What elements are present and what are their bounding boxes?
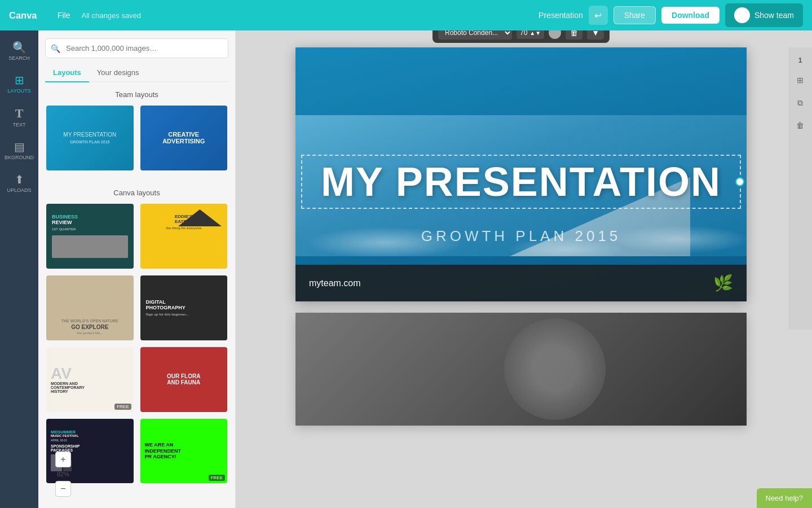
sidebar-item-layouts[interactable]: ⊞ LAYOUTS xyxy=(3,69,36,99)
leaf-icon: 🌿 xyxy=(713,274,733,292)
list-item[interactable]: OUR FLORA AND FAUNA xyxy=(139,346,229,413)
slide-footer: myteam.com 🌿 xyxy=(295,265,747,301)
avatar xyxy=(734,7,750,23)
slide-number: 1 xyxy=(798,56,802,64)
text-selection-box[interactable]: MY PRESENTATION xyxy=(301,155,741,209)
grid-panel-icon[interactable]: ⊞ xyxy=(793,73,807,87)
free-badge: FREE xyxy=(114,404,131,410)
sidebar-item-search[interactable]: 🔍 SEARCH xyxy=(3,36,36,67)
slide-2-preview-image xyxy=(295,313,747,426)
font-size-control[interactable]: 70 ▲▼ xyxy=(517,30,544,39)
zoom-out-button[interactable]: − xyxy=(55,481,71,497)
resize-handle[interactable] xyxy=(735,177,744,186)
nav-right: Presentation ↩ Share Download Show team xyxy=(539,3,803,27)
zoom-controls: + 82% − xyxy=(55,452,71,497)
font-options-row: Roboto Conden... 70 ▲▼ 🗑 ▼ xyxy=(433,30,610,43)
zoom-level: 82% xyxy=(57,471,69,478)
text-toolbar: + Roboto Conden... 70 ▲▼ 🗑 ▼ xyxy=(433,30,610,43)
team-layouts-title: Team layouts xyxy=(38,90,235,99)
share-button[interactable]: Share xyxy=(614,6,656,24)
slide-container: + Roboto Conden... 70 ▲▼ 🗑 ▼ xyxy=(295,47,747,301)
copy-panel-icon[interactable]: ⧉ xyxy=(793,96,807,110)
trash-panel-icon[interactable]: 🗑 xyxy=(793,119,807,132)
free-badge: FREE xyxy=(209,475,225,481)
layouts-icon: ⊞ xyxy=(15,75,24,86)
search-box: 🔍 xyxy=(45,38,228,58)
canvas-area: + Roboto Conden... 70 ▲▼ 🗑 ▼ xyxy=(236,30,812,508)
list-item[interactable]: WE ARE AN INDEPENDENT PR AGENCY/ FREE xyxy=(139,418,229,485)
font-family-select[interactable]: Roboto Conden... xyxy=(438,30,512,40)
canva-layouts-title: Canva layouts xyxy=(38,189,235,197)
top-nav: Canva File All changes saved Presentatio… xyxy=(0,0,812,30)
tab-your-designs[interactable]: Your designs xyxy=(89,64,147,82)
list-item[interactable]: CREATIVE ADVERTISING xyxy=(139,104,229,172)
saved-status: All changes saved xyxy=(82,11,532,20)
right-panel: 1 ⊞ ⧉ 🗑 xyxy=(788,47,812,330)
file-menu[interactable]: File xyxy=(53,8,75,22)
search-input[interactable] xyxy=(45,38,228,58)
presentation-label: Presentation xyxy=(539,11,583,20)
slide-main-title[interactable]: MY PRESENTATION xyxy=(308,161,734,202)
list-item[interactable]: THE WORLD'S OPEN NATURE GO EXPLORE the p… xyxy=(45,274,135,341)
slide-preview-2[interactable] xyxy=(295,313,747,426)
text-icon: T xyxy=(15,107,24,120)
tab-layouts[interactable]: Layouts xyxy=(45,64,89,82)
sidebar: 🔍 Layouts Your designs Team layouts MY P… xyxy=(38,30,236,508)
search-icon: 🔍 xyxy=(12,42,27,53)
help-button[interactable]: Need help? xyxy=(757,488,813,508)
delete-text-button[interactable]: 🗑 xyxy=(566,30,582,40)
main-layout: 🔍 SEARCH ⊞ LAYOUTS T TEXT ▤ BKGROUND ⬆ U… xyxy=(0,30,812,508)
list-item[interactable]: MY PRESENTATION GROWTH PLAN 2015 xyxy=(45,104,135,172)
canvas-inner: + Roboto Conden... 70 ▲▼ 🗑 ▼ xyxy=(279,47,764,426)
svg-text:Canva: Canva xyxy=(9,10,37,20)
footer-logo: 🌿 xyxy=(713,274,733,292)
slide-sub-title[interactable]: GROWTH PLAN 2015 xyxy=(295,227,747,245)
sidebar-item-text[interactable]: T TEXT xyxy=(3,102,36,133)
slide-1[interactable]: MY PRESENTATION GROWTH PLAN 2015 myteam.… xyxy=(295,47,747,301)
tab-bar: Layouts Your designs xyxy=(45,64,228,82)
more-options-button[interactable]: ▼ xyxy=(587,30,604,40)
icon-bar: 🔍 SEARCH ⊞ LAYOUTS T TEXT ▤ BKGROUND ⬆ U… xyxy=(0,30,38,508)
list-item[interactable]: DIGITAL PHOTOGRAPHY Sign up for this beg… xyxy=(139,274,229,341)
list-item[interactable]: EDDIE'S EATERY the thing for everyone xyxy=(139,203,229,270)
canva-layouts-grid: BUSINESS REVIEW 1ST QUARTER EDDIE'S EATE… xyxy=(38,203,235,494)
show-team-button[interactable]: Show team xyxy=(725,3,803,27)
canva-logo[interactable]: Canva xyxy=(9,7,43,23)
undo-button[interactable]: ↩ xyxy=(589,6,608,25)
download-button[interactable]: Download xyxy=(661,7,720,24)
text-color-swatch[interactable] xyxy=(549,30,561,39)
upload-icon: ⬆ xyxy=(15,174,24,185)
list-item[interactable]: AV MODERN AND CONTEMPORARY HISTORY FREE xyxy=(45,346,135,413)
background-icon: ▤ xyxy=(14,141,25,152)
zoom-in-button[interactable]: + xyxy=(55,452,71,467)
sidebar-item-uploads[interactable]: ⬆ UPLOADS xyxy=(3,168,36,199)
search-icon: 🔍 xyxy=(51,44,60,53)
footer-url: myteam.com xyxy=(309,278,361,288)
team-layouts-grid: MY PRESENTATION GROWTH PLAN 2015 CREATIV… xyxy=(38,104,235,181)
sidebar-item-background[interactable]: ▤ BKGROUND xyxy=(3,135,36,166)
list-item[interactable]: BUSINESS REVIEW 1ST QUARTER xyxy=(45,203,135,270)
